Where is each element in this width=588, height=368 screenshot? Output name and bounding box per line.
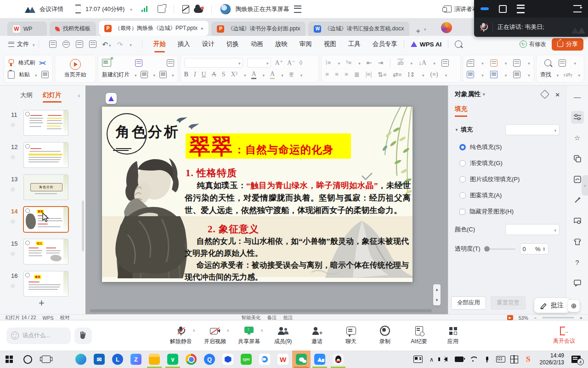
cut-icon[interactable] <box>39 60 46 66</box>
taskbar-hexagon-app[interactable] <box>219 351 237 368</box>
justify-icon[interactable]: ≣ <box>354 71 360 79</box>
line-spacing-icon[interactable]: I⇕ <box>408 71 415 79</box>
format-painter-icon[interactable] <box>8 59 14 66</box>
favorite-star-icon[interactable]: ☆ <box>10 186 16 193</box>
favorite-star-icon[interactable]: ☆ <box>10 250 16 257</box>
next-slide-icon[interactable]: ▼ <box>435 298 439 302</box>
color-combo[interactable] <box>505 224 560 235</box>
ime-button[interactable] <box>509 351 520 368</box>
ai-slide-icon[interactable] <box>135 59 142 67</box>
speaker-muted-icon[interactable] <box>480 23 488 32</box>
font-size-combo[interactable] <box>247 58 271 68</box>
menu-tools[interactable]: 工具 <box>348 40 361 48</box>
print-icon[interactable] <box>76 40 83 48</box>
favorite-star-icon[interactable]: ☆ <box>10 154 16 161</box>
distribute-icon[interactable]: |≡| <box>366 71 372 78</box>
print-preview-icon[interactable] <box>89 40 96 48</box>
menu-insert[interactable]: 插入 <box>178 40 190 48</box>
row-spacing-icon[interactable]: ⇅≡ <box>378 71 387 79</box>
tab-slides[interactable]: 幻灯片 <box>43 91 62 99</box>
share-options-caret-icon[interactable]: ∧ <box>260 328 263 333</box>
meeting-details-button[interactable]: 会议详情 <box>40 5 63 13</box>
effects-star-icon[interactable]: ☆ <box>571 132 584 144</box>
network-signal-icon[interactable] <box>141 6 147 12</box>
tab-docer-templates[interactable]: 找稻壳模板 <box>50 22 96 36</box>
format-painter-button[interactable]: 格式刷 <box>18 59 35 67</box>
add-slide-button[interactable]: + <box>39 297 45 309</box>
tab-wps-home[interactable]: W WP <box>7 22 47 36</box>
share-button[interactable]: 分享 <box>552 38 583 51</box>
new-slide-icon[interactable] <box>102 59 111 67</box>
invite-button[interactable]: + 邀请 <box>306 326 328 345</box>
chat-button[interactable]: 聊天 <box>340 326 362 345</box>
close-icon[interactable]: × <box>555 91 560 98</box>
columns-icon[interactable] <box>513 71 520 78</box>
convert-to-diagram-icon[interactable] <box>441 59 449 67</box>
menu-transition[interactable]: 切换 <box>226 40 239 48</box>
network-button[interactable] <box>467 351 479 368</box>
taskbar-ai-browser[interactable]: Z <box>127 351 145 368</box>
taskbar-quark[interactable]: Q <box>200 351 219 368</box>
decrease-indent-icon[interactable]: ⇤ <box>367 59 372 67</box>
touch-keyboard-button[interactable] <box>495 351 507 368</box>
taskbar-explorer[interactable] <box>145 351 164 368</box>
tab-cover-ppt[interactable]: P 《边城》读书分享会封面.pptx <box>211 22 305 36</box>
menu-member[interactable]: 会员专享 <box>373 40 397 48</box>
leave-meeting-button[interactable]: 离开会议 <box>553 327 575 345</box>
taskbar-clock[interactable]: 14:49 2026/2/13 <box>536 352 568 366</box>
meeting-timer[interactable]: 17:07 (40分钟) <box>85 5 124 13</box>
taskbar-wechat[interactable] <box>292 351 311 368</box>
volume-button[interactable] <box>440 351 452 368</box>
opacity-slider[interactable] <box>485 248 515 250</box>
highlight-color-icon[interactable]: A <box>270 70 275 79</box>
search-icon[interactable] <box>455 40 462 48</box>
taskbar-security[interactable]: L <box>108 351 127 368</box>
mic-options-caret-icon[interactable]: ∧ <box>192 328 195 333</box>
raise-hand-button[interactable] <box>74 328 92 344</box>
new-tab-button[interactable]: + <box>416 27 420 36</box>
feedback-icon[interactable] <box>571 276 584 289</box>
option-gradient-fill[interactable]: 渐变填充(G) <box>459 159 560 167</box>
spinner-icon[interactable]: ▲▼ <box>543 247 546 251</box>
radio-on-icon[interactable] <box>459 144 466 150</box>
fill-tab[interactable]: 填充 <box>455 105 467 117</box>
slide-thumbnail-11[interactable] <box>24 110 68 135</box>
video-options-caret-icon[interactable]: ∧ <box>226 328 229 333</box>
canvas-horizontal-scrollbar[interactable] <box>90 309 432 312</box>
taskbar-iqiyi[interactable]: iQIYI <box>237 351 255 368</box>
record-button[interactable]: 录制 <box>374 326 396 345</box>
text-align-vertical-icon[interactable]: (≡) <box>430 71 438 78</box>
slide-14[interactable]: 角色分析 翠翠 ： 自然与命运的化身 1. 性格特质 纯真如璞玉：“触目为青山绿… <box>102 107 413 282</box>
play-from-current-button[interactable]: 当页开始 <box>64 71 86 79</box>
paste-button[interactable]: 粘贴 <box>19 71 30 79</box>
font-color-icon[interactable]: A <box>251 70 256 79</box>
slide-thumbnail-13[interactable]: 角色分析 <box>24 175 68 200</box>
search-button[interactable] <box>18 351 37 368</box>
restore-icon[interactable] <box>499 5 507 13</box>
menu-design[interactable]: 设计 <box>202 40 215 48</box>
zoom-in-icon[interactable]: + <box>580 315 582 321</box>
slide-thumbnail-12[interactable] <box>24 143 68 167</box>
new-slide-button[interactable]: 新建幻灯片 <box>102 71 130 79</box>
bullet-list-icon[interactable]: ⁝≡ <box>325 59 331 67</box>
output-icon[interactable] <box>62 40 70 48</box>
slide-nav-buttons[interactable]: ▲ ▼ <box>433 284 441 305</box>
start-button[interactable] <box>0 351 18 368</box>
shape-fill-icon[interactable] <box>513 59 520 67</box>
radio-icon[interactable] <box>459 176 466 183</box>
slide-headline[interactable]: 翠翠 ： 自然与命运的化身 <box>186 133 351 159</box>
selection-pane-icon[interactable] <box>559 59 566 67</box>
tab-outline[interactable]: 大纲 <box>20 91 33 99</box>
speaker-layout-icon[interactable] <box>444 6 452 12</box>
slide-thumbnail-15[interactable]: 祖父 <box>24 239 68 264</box>
align-left-icon[interactable]: ≡ <box>325 71 329 78</box>
members-button[interactable]: 成员(9) <box>272 326 294 345</box>
magic-tools-icon[interactable] <box>571 194 584 207</box>
help-icon[interactable]: ? <box>571 256 584 269</box>
menu-home[interactable]: 开始 <box>153 40 166 48</box>
copy-icon[interactable] <box>41 71 49 78</box>
slide-checklist-icon[interactable] <box>159 71 167 78</box>
apply-all-button[interactable]: 全部应用 <box>451 296 486 310</box>
increase-indent-icon[interactable]: ⇥ <box>378 59 384 67</box>
radio-icon[interactable] <box>459 192 466 199</box>
